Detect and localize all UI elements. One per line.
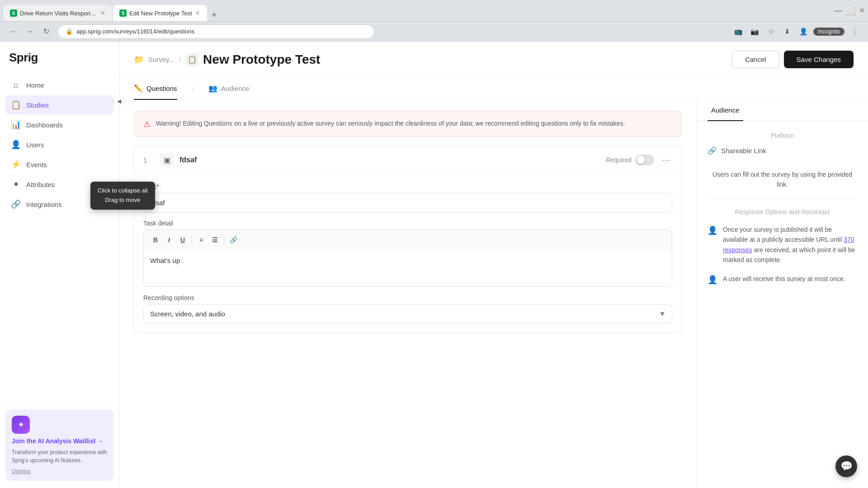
breadcrumb: 📁 Survey... / 📋 New Prototype Test xyxy=(134,52,726,67)
profile-icon[interactable]: 👤 xyxy=(797,25,810,38)
question-more-button[interactable]: ⋯ xyxy=(660,153,672,167)
response-icon-2: 👤 xyxy=(708,275,717,285)
chat-widget-button[interactable]: 💬 xyxy=(835,455,857,477)
sidebar-item-users[interactable]: 👤 Users xyxy=(5,135,113,154)
sidebar-item-events-label: Events xyxy=(26,161,47,169)
link-button[interactable]: 🔗 xyxy=(227,234,240,246)
back-button[interactable]: ← xyxy=(7,25,20,38)
question-header: 1 ▣ fdsaf Required ⋯ xyxy=(134,146,681,174)
tab-questions[interactable]: ✏️ Questions xyxy=(134,78,177,100)
tooltip-box: Click to collapse all Drag to move xyxy=(90,182,155,210)
response-text-1: Once your survey is published it will be… xyxy=(723,225,857,265)
question-type-icon[interactable]: ▣ xyxy=(160,153,174,167)
response-icon-1: 👤 xyxy=(708,225,717,235)
ordered-list-button[interactable]: ≡ xyxy=(195,234,208,246)
integrations-icon: 🔗 xyxy=(11,199,21,209)
sidebar-collapse-button[interactable]: ◀ xyxy=(113,96,124,107)
sidebar-navigation: ⌂ Home 📋 Studies 📊 Dashboards 👤 Users ⚡ … xyxy=(0,72,119,402)
bold-button[interactable]: B xyxy=(149,234,162,246)
task-field-group: Task* xyxy=(143,183,672,212)
toolbar-separator-2 xyxy=(224,235,224,244)
sidebar-item-integrations-label: Integrations xyxy=(26,201,61,208)
task-input[interactable] xyxy=(143,193,672,212)
main-content: 📁 Survey... / 📋 New Prototype Test Cance… xyxy=(119,42,868,488)
home-icon: ⌂ xyxy=(11,80,21,90)
bookmark-icon[interactable]: ☆ xyxy=(764,25,777,38)
studies-icon: 📋 xyxy=(11,100,21,110)
close-window-icon[interactable]: × xyxy=(859,6,864,15)
incognito-badge[interactable]: Incognito xyxy=(813,28,844,36)
refresh-button[interactable]: ↻ xyxy=(40,25,52,38)
recording-select[interactable]: Screen, video, and audio Screen only Vid… xyxy=(143,304,672,324)
tab1-close-icon[interactable]: × xyxy=(100,8,106,18)
required-toggle[interactable] xyxy=(635,155,654,165)
audience-nav-icon: 👥 xyxy=(208,84,217,93)
tab2-close-icon[interactable]: × xyxy=(195,8,201,18)
minimize-icon[interactable]: — xyxy=(834,6,842,15)
recording-label: Recording options xyxy=(143,294,672,301)
platform-section-title: Platform xyxy=(708,132,857,139)
breadcrumb-folder[interactable]: Survey... xyxy=(148,56,175,63)
users-icon: 👤 xyxy=(11,140,21,150)
camera-icon[interactable]: 📷 xyxy=(748,25,761,38)
sidebar-item-home[interactable]: ⌂ Home xyxy=(5,75,113,94)
platform-description: Users can fill out the survey by using t… xyxy=(708,169,857,190)
dashboards-icon: 📊 xyxy=(11,120,21,130)
sidebar-item-dashboards[interactable]: 📊 Dashboards xyxy=(5,115,113,134)
ai-banner-description: Transform your product experience with S… xyxy=(12,448,107,465)
tab-2[interactable]: S Edit New Prototype Test × xyxy=(113,5,207,21)
platform-section: Platform 🔗 Shareable Link xyxy=(708,132,857,160)
italic-button[interactable]: I xyxy=(163,234,175,246)
warning-banner: ⚠ Warning! Editing Questions on a live o… xyxy=(134,111,682,137)
response-info-2: 👤 A user will receive this survey at mos… xyxy=(708,274,857,285)
right-panel-tab-audience[interactable]: Audience xyxy=(708,100,743,121)
download-icon[interactable]: ⬇ xyxy=(781,25,793,38)
ai-banner-title[interactable]: Join the AI Analysis Waitlist → xyxy=(12,437,107,445)
unordered-list-button[interactable]: ☰ xyxy=(208,234,221,246)
content-wrapper: ⚠ Warning! Editing Questions on a live o… xyxy=(119,100,868,488)
sidebar-item-studies-label: Studies xyxy=(26,101,49,109)
tab-1[interactable]: S Drive Return Visits Responses × xyxy=(4,5,112,21)
sidebar-item-events[interactable]: ⚡ Events xyxy=(5,155,113,174)
cancel-button[interactable]: Cancel xyxy=(732,51,779,68)
menu-icon[interactable]: ⋮ xyxy=(848,25,861,38)
response-info-prefix: Once your survey is published it will be… xyxy=(723,226,842,243)
cast-icon[interactable]: 📺 xyxy=(732,25,745,38)
toolbar-separator-1 xyxy=(192,235,192,244)
app-container: Click to collapse all Drag to move ◀ Spr… xyxy=(0,42,868,488)
forward-button[interactable]: → xyxy=(24,25,36,38)
ai-banner-dismiss-button[interactable]: Dismiss xyxy=(12,468,107,474)
required-label: Required xyxy=(606,156,632,164)
ai-banner: ✦ Join the AI Analysis Waitlist → Transf… xyxy=(5,409,113,481)
address-input[interactable]: 🔒 app.sprig.com/surveys/116014/edit/ques… xyxy=(58,24,374,39)
maximize-icon[interactable]: ⬜ xyxy=(846,6,856,16)
sidebar-logo: Sprig xyxy=(0,42,119,72)
ai-banner-icon: ✦ xyxy=(12,416,30,434)
task-label: Task* xyxy=(143,183,672,190)
breadcrumb-separator: / xyxy=(179,55,181,64)
sidebar-item-attributes-label: Attributes xyxy=(26,181,55,188)
underline-button[interactable]: U xyxy=(176,234,189,246)
rich-editor-content[interactable]: What's up xyxy=(144,250,672,286)
response-text-2: A user will receive this survey at most … xyxy=(723,274,845,284)
address-text: app.sprig.com/surveys/116014/edit/questi… xyxy=(76,28,194,35)
subnav-arrow: › xyxy=(192,84,194,93)
right-panel: Audience Platform 🔗 Shareable Link Users… xyxy=(696,100,868,488)
logo-text: Sprig xyxy=(9,51,38,65)
shareable-link-item[interactable]: 🔗 Shareable Link xyxy=(708,141,857,160)
sidebar-item-dashboards-label: Dashboards xyxy=(26,121,63,129)
question-name: fdsaf xyxy=(179,156,600,164)
platform-desc-text: Users can fill out the survey by using t… xyxy=(712,171,852,188)
new-tab-button[interactable]: + xyxy=(208,9,221,21)
sidebar: Click to collapse all Drag to move ◀ Spr… xyxy=(0,42,119,488)
tab-audience-label: Audience xyxy=(221,84,250,92)
nav-buttons: ← → ↻ xyxy=(7,25,52,38)
question-body: Task* Task detail B I U xyxy=(134,174,681,333)
task-detail-group: Task detail B I U ≡ ☰ xyxy=(143,220,672,287)
rich-editor-toolbar: B I U ≡ ☰ 🔗 xyxy=(144,230,672,250)
sub-navigation: ✏️ Questions › 👥 Audience xyxy=(119,78,868,100)
required-toggle-group: Required xyxy=(606,155,654,165)
save-changes-button[interactable]: Save Changes xyxy=(784,51,854,68)
tab-audience[interactable]: 👥 Audience xyxy=(208,78,250,100)
sidebar-item-studies[interactable]: 📋 Studies xyxy=(5,95,113,114)
